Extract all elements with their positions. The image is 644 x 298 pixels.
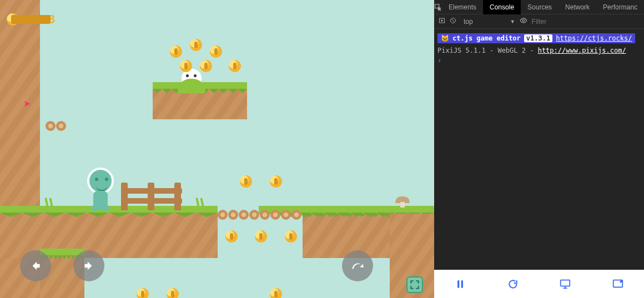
coin: [190, 39, 202, 51]
cat-icon: 😺: [441, 34, 449, 42]
tab-network[interactable]: Network: [559, 0, 596, 14]
devtools-tabs: Elements Console Sources Network Perform…: [434, 0, 644, 14]
fullscreen-button[interactable]: [406, 276, 423, 293]
coin: [225, 230, 238, 243]
reload-button[interactable]: [502, 276, 524, 292]
context-selector[interactable]: top ▼: [461, 17, 515, 26]
coin: [210, 46, 222, 58]
coin: [285, 230, 297, 243]
console-toolbar: top ▼: [434, 14, 644, 29]
tab-elements[interactable]: Elements: [442, 0, 483, 14]
floating-platform: [153, 89, 247, 119]
player-character: [87, 168, 114, 211]
move-left-button[interactable]: [20, 250, 51, 281]
game-viewport[interactable]: 0 / 33: [0, 0, 434, 298]
play-icon[interactable]: [439, 17, 445, 26]
inspect-icon[interactable]: [434, 3, 442, 11]
fence: [121, 183, 182, 210]
jump-icon: [350, 259, 365, 273]
tab-console[interactable]: Console: [483, 0, 521, 14]
arrow-left-icon: [28, 259, 43, 273]
jump-button[interactable]: [342, 250, 373, 281]
ctjs-link[interactable]: https://ctjs.rocks/: [556, 34, 632, 42]
coin: [270, 288, 282, 298]
coin: [180, 60, 192, 72]
clear-console-icon[interactable]: [450, 17, 456, 26]
log-small: [56, 121, 66, 131]
enemy-egg: [178, 69, 205, 93]
arrow-right-icon: [82, 259, 96, 273]
fullscreen-icon: [410, 280, 420, 290]
mushroom: [395, 196, 410, 208]
cursor-icon: ➤: [23, 98, 31, 109]
coin: [255, 230, 267, 243]
coin: [240, 175, 252, 188]
tab-performance[interactable]: Performanc: [596, 0, 644, 14]
version-pill: v1.3.1: [524, 34, 552, 42]
devtools-bottom-bar: [434, 270, 644, 298]
coin: [200, 60, 212, 72]
svg-rect-5: [461, 280, 463, 287]
pixi-log-line: PixiJS 5.1.1 - WebGL 2 - http://www.pixi…: [437, 46, 641, 55]
tab-sources[interactable]: Sources: [521, 0, 559, 14]
cast-button[interactable]: [607, 276, 629, 292]
svg-point-3: [522, 19, 525, 22]
pause-button[interactable]: [449, 276, 471, 292]
chevron-down-icon: ▼: [510, 19, 515, 24]
move-right-button[interactable]: [73, 250, 104, 281]
coin: [170, 46, 182, 58]
eye-icon[interactable]: [520, 17, 527, 26]
svg-rect-6: [561, 280, 570, 286]
filter-input[interactable]: [532, 18, 587, 26]
coin: [167, 288, 179, 298]
grass-tuft: [194, 195, 207, 208]
console-output: 😺 ct.js game editor v1.3.1 https://ctjs.…: [434, 29, 644, 68]
responsive-button[interactable]: [554, 276, 576, 292]
console-prompt[interactable]: ›: [437, 57, 441, 64]
grass-tuft: [43, 195, 56, 208]
coin-counter: 0 / 33: [7, 12, 55, 27]
pixi-link[interactable]: http://www.pixijs.com/: [538, 47, 626, 54]
log-small: [46, 121, 56, 131]
coin: [229, 60, 241, 72]
coin: [137, 288, 149, 298]
ctjs-badge: 😺 ct.js game editor v1.3.1 https://ctjs.…: [437, 33, 635, 43]
devtools-panel: Elements Console Sources Network Perform…: [434, 0, 644, 298]
coin-icon: [7, 13, 19, 26]
svg-rect-4: [457, 280, 459, 287]
coin: [270, 175, 282, 188]
